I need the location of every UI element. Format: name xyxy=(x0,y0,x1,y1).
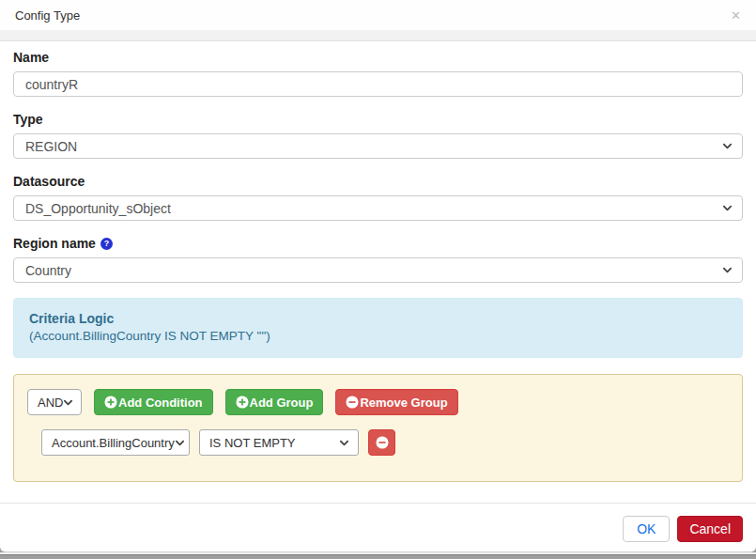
chevron-down-icon xyxy=(63,397,73,408)
page-backdrop xyxy=(0,552,756,559)
add-group-button[interactable]: Add Group xyxy=(225,389,324,415)
name-input[interactable] xyxy=(13,71,743,97)
header-divider-strip xyxy=(0,30,756,41)
name-label: Name xyxy=(13,50,743,65)
chevron-down-icon xyxy=(175,438,185,448)
region-name-select[interactable]: Country xyxy=(13,257,743,283)
remove-group-button[interactable]: Remove Group xyxy=(335,389,457,415)
datasource-select[interactable]: DS_Opportunity_sObject xyxy=(13,195,743,221)
criteria-logic-box: Criteria Logic (Account.BillingCountry I… xyxy=(13,298,743,358)
minus-circle-icon xyxy=(376,436,389,449)
datasource-label: Datasource xyxy=(13,174,743,189)
add-condition-button[interactable]: Add Condition xyxy=(94,389,213,415)
criteria-logic-title: Criteria Logic xyxy=(29,311,727,327)
help-icon[interactable]: ? xyxy=(100,238,113,250)
condition-operator-value: IS NOT EMPTY xyxy=(209,436,296,450)
modal-header: Config Type ✕ xyxy=(0,0,756,30)
region-name-label-row: Region name ? xyxy=(13,236,743,251)
plus-circle-icon xyxy=(104,396,117,409)
chevron-down-icon xyxy=(722,265,733,275)
condition-field-value: Account.BillingCountry xyxy=(52,436,175,450)
modal-footer: OK Cancel xyxy=(0,503,756,551)
config-type-modal: Config Type ✕ Name Type REGION Datasourc… xyxy=(0,0,756,552)
builder-toolbar-row: AND Add Condition xyxy=(27,389,729,415)
region-name-label: Region name xyxy=(13,236,96,251)
condition-operator-select[interactable]: IS NOT EMPTY xyxy=(199,429,359,456)
criteria-builder-panel: AND Add Condition xyxy=(13,374,743,482)
plus-circle-icon xyxy=(236,396,249,409)
modal-title: Config Type xyxy=(15,8,80,23)
type-label: Type xyxy=(13,112,743,127)
region-name-select-value: Country xyxy=(25,263,71,278)
condition-row: Account.BillingCountry IS NOT EMPTY xyxy=(41,429,729,456)
cancel-button[interactable]: Cancel xyxy=(677,516,743,542)
remove-condition-button[interactable] xyxy=(368,429,395,456)
close-icon[interactable]: ✕ xyxy=(731,9,741,22)
minus-circle-icon xyxy=(346,396,359,409)
datasource-select-value: DS_Opportunity_sObject xyxy=(25,201,171,216)
remove-group-label: Remove Group xyxy=(360,396,447,410)
logic-operator-select[interactable]: AND xyxy=(27,389,82,415)
type-select[interactable]: REGION xyxy=(13,133,743,159)
add-condition-label: Add Condition xyxy=(118,396,203,410)
criteria-logic-expression: (Account.BillingCountry IS NOT EMPTY "") xyxy=(29,327,727,345)
ok-button[interactable]: OK xyxy=(623,516,670,542)
chevron-down-icon xyxy=(339,438,349,448)
chevron-down-icon xyxy=(722,141,733,151)
chevron-down-icon xyxy=(722,203,733,213)
add-group-label: Add Group xyxy=(250,396,314,410)
modal-body: Name Type REGION Datasource DS_Opportuni… xyxy=(0,41,756,503)
logic-operator-value: AND xyxy=(38,396,63,410)
condition-field-select[interactable]: Account.BillingCountry xyxy=(41,429,190,456)
type-select-value: REGION xyxy=(25,139,77,154)
